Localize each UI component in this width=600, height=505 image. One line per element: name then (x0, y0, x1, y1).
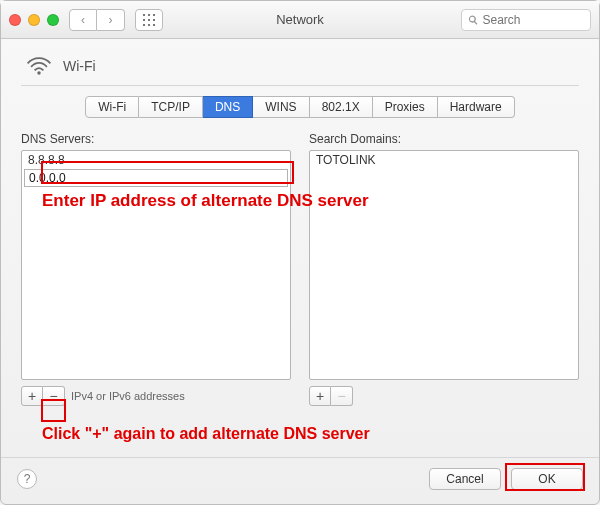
divider (21, 85, 579, 86)
domains-label: Search Domains: (309, 132, 579, 146)
domains-column: Search Domains: TOTOLINK + − (309, 132, 579, 406)
domains-controls: + − (309, 386, 579, 406)
dns-hint: IPv4 or IPv6 addresses (71, 390, 185, 402)
svg-rect-1 (148, 14, 150, 16)
search-field[interactable] (461, 9, 591, 31)
svg-rect-0 (143, 14, 145, 16)
plus-icon: + (28, 388, 36, 404)
connection-name: Wi-Fi (63, 58, 96, 74)
connection-header: Wi-Fi (21, 55, 579, 77)
nav-buttons: ‹ › (69, 9, 125, 31)
domains-add-remove: + − (309, 386, 353, 406)
svg-rect-6 (143, 24, 145, 26)
chevron-left-icon: ‹ (81, 13, 85, 27)
search-input[interactable] (483, 13, 585, 27)
body: Wi-Fi Wi-Fi TCP/IP DNS WINS 802.1X Proxi… (1, 39, 599, 418)
titlebar: ‹ › Network (1, 1, 599, 39)
minus-icon: − (337, 388, 345, 404)
list-item[interactable]: TOTOLINK (310, 151, 578, 169)
dns-column: DNS Servers: 8.8.8.8 + − (21, 132, 291, 406)
wifi-icon (25, 55, 53, 77)
dns-entry-input[interactable] (25, 170, 287, 186)
minus-icon: − (49, 388, 57, 404)
help-button[interactable]: ? (17, 469, 37, 489)
cancel-button[interactable]: Cancel (429, 468, 501, 490)
dns-label: DNS Servers: (21, 132, 291, 146)
search-icon (468, 14, 479, 26)
columns: DNS Servers: 8.8.8.8 + − (21, 132, 579, 406)
window-controls (9, 14, 59, 26)
svg-rect-4 (148, 19, 150, 21)
chevron-right-icon: › (109, 13, 113, 27)
domains-add-button[interactable]: + (309, 386, 331, 406)
domains-listbox[interactable]: TOTOLINK (309, 150, 579, 380)
tabs: Wi-Fi TCP/IP DNS WINS 802.1X Proxies Har… (21, 96, 579, 118)
back-button[interactable]: ‹ (69, 9, 97, 31)
dns-add-button[interactable]: + (21, 386, 43, 406)
dns-listbox[interactable]: 8.8.8.8 (21, 150, 291, 380)
list-item-editing[interactable] (24, 169, 288, 187)
tab-8021x[interactable]: 802.1X (310, 96, 373, 118)
svg-rect-8 (153, 24, 155, 26)
plus-icon: + (316, 388, 324, 404)
dns-add-remove: + − (21, 386, 65, 406)
footer-buttons: Cancel OK (429, 468, 583, 490)
list-item[interactable]: 8.8.8.8 (22, 151, 290, 169)
window: ‹ › Network (0, 0, 600, 505)
tab-proxies[interactable]: Proxies (373, 96, 438, 118)
close-window-button[interactable] (9, 14, 21, 26)
zoom-window-button[interactable] (47, 14, 59, 26)
show-all-button[interactable] (135, 9, 163, 31)
domains-remove-button[interactable]: − (331, 386, 353, 406)
footer: ? Cancel OK (1, 457, 599, 504)
tab-hardware[interactable]: Hardware (438, 96, 515, 118)
tab-wins[interactable]: WINS (253, 96, 309, 118)
tab-tcpip[interactable]: TCP/IP (139, 96, 203, 118)
dns-controls: + − IPv4 or IPv6 addresses (21, 386, 291, 406)
annotation-text-2: Click "+" again to add alternate DNS ser… (42, 425, 370, 443)
tab-dns[interactable]: DNS (203, 96, 253, 118)
svg-point-9 (37, 71, 41, 75)
dns-remove-button[interactable]: − (43, 386, 65, 406)
svg-rect-2 (153, 14, 155, 16)
minimize-window-button[interactable] (28, 14, 40, 26)
svg-rect-3 (143, 19, 145, 21)
forward-button[interactable]: › (97, 9, 125, 31)
svg-rect-7 (148, 24, 150, 26)
svg-rect-5 (153, 19, 155, 21)
tab-wifi[interactable]: Wi-Fi (85, 96, 139, 118)
grid-icon (143, 14, 155, 26)
help-icon: ? (24, 472, 31, 486)
ok-button[interactable]: OK (511, 468, 583, 490)
